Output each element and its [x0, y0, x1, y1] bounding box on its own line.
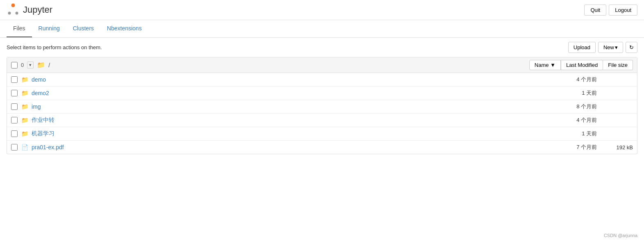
table-row: 📁 机器学习 1 天前 — [7, 127, 637, 141]
header: Jupyter Quit Logout — [0, 0, 644, 20]
folder-icon: 📁 — [21, 117, 28, 123]
file-modified-demo: 4 个月前 — [548, 76, 597, 83]
select-hint: Select items to perform actions on them. — [7, 44, 102, 50]
column-headers: Name ▼ Last Modified File size — [529, 60, 633, 70]
svg-point-1 — [8, 12, 11, 15]
file-size-pdf: 192 kB — [600, 144, 633, 151]
logout-button[interactable]: Logout — [609, 5, 637, 16]
file-link-demo2[interactable]: demo2 — [32, 90, 544, 96]
col-file-size-button[interactable]: File size — [603, 60, 633, 70]
col-last-modified-button[interactable]: Last Modified — [561, 60, 603, 70]
tabs-bar: Files Running Clusters Nbextensions — [0, 20, 644, 38]
folder-icon: 📁 — [21, 76, 28, 83]
row-checkbox-demo2[interactable] — [11, 90, 18, 96]
item-count: 0 — [21, 62, 24, 68]
file-modified-zuoye: 4 个月前 — [548, 116, 597, 124]
col-name-sort-icon: ▼ — [550, 62, 556, 68]
table-row: 📁 作业中转 4 个月前 — [7, 114, 637, 127]
refresh-button[interactable]: ↻ — [626, 42, 637, 53]
row-checkbox-demo[interactable] — [11, 76, 18, 83]
header-buttons: Quit Logout — [584, 5, 637, 16]
tab-nbextensions[interactable]: Nbextensions — [100, 20, 148, 37]
toolbar-actions: Upload New ▾ ↻ — [568, 42, 637, 53]
file-link-pdf[interactable]: pra01-ex.pdf — [32, 144, 544, 151]
file-toolbar: Select items to perform actions on them.… — [0, 38, 644, 57]
row-checkbox-pdf[interactable] — [11, 144, 18, 151]
app-title: Jupyter — [23, 5, 52, 15]
file-modified-jiqixuexi: 1 天前 — [548, 130, 597, 137]
new-label: New — [603, 44, 614, 50]
file-list: 0 ▾ 📁 / Name ▼ Last Modified File size 📁… — [7, 57, 637, 154]
col-name-label: Name — [535, 62, 549, 68]
file-link-demo[interactable]: demo — [32, 76, 544, 83]
upload-button[interactable]: Upload — [568, 42, 596, 53]
jupyter-logo-icon — [7, 3, 20, 16]
folder-icon: 📁 — [21, 103, 28, 110]
tab-files[interactable]: Files — [7, 20, 32, 37]
new-button[interactable]: New ▾ — [598, 42, 623, 53]
logo-area: Jupyter — [7, 3, 52, 16]
row-checkbox-jiqixuexi[interactable] — [11, 130, 18, 137]
new-dropdown-icon: ▾ — [615, 44, 618, 50]
tab-clusters[interactable]: Clusters — [66, 20, 100, 37]
folder-icon: 📁 — [21, 90, 28, 96]
file-modified-pdf: 7 个月前 — [548, 144, 597, 151]
table-row: 📁 img 8 个月前 — [7, 100, 637, 114]
file-modified-img: 8 个月前 — [548, 103, 597, 110]
file-modified-demo2: 1 天前 — [548, 89, 597, 97]
folder-icon: 📁 — [21, 130, 28, 137]
file-link-jiqixuexi[interactable]: 机器学习 — [32, 130, 544, 137]
svg-point-2 — [16, 12, 18, 15]
folder-icon: 📁 — [37, 61, 45, 69]
file-link-zuoye[interactable]: 作业中转 — [32, 116, 544, 124]
row-checkbox-zuoye[interactable] — [11, 117, 18, 123]
table-row: 📁 demo2 1 天前 — [7, 87, 637, 100]
quit-button[interactable]: Quit — [584, 5, 606, 16]
svg-point-0 — [11, 4, 15, 7]
select-all-checkbox[interactable] — [11, 62, 18, 68]
col-name-button[interactable]: Name ▼ — [529, 60, 561, 70]
tab-running[interactable]: Running — [32, 20, 66, 37]
actions-dropdown[interactable]: ▾ — [27, 62, 34, 68]
file-link-img[interactable]: img — [32, 103, 544, 110]
breadcrumb-root: / — [48, 62, 50, 68]
table-row: 📁 demo 4 个月前 — [7, 73, 637, 87]
row-checkbox-img[interactable] — [11, 103, 18, 110]
file-pdf-icon: 📄 — [21, 144, 28, 151]
table-row: 📄 pra01-ex.pdf 7 个月前 192 kB — [7, 141, 637, 154]
file-list-header: 0 ▾ 📁 / Name ▼ Last Modified File size — [7, 57, 637, 73]
